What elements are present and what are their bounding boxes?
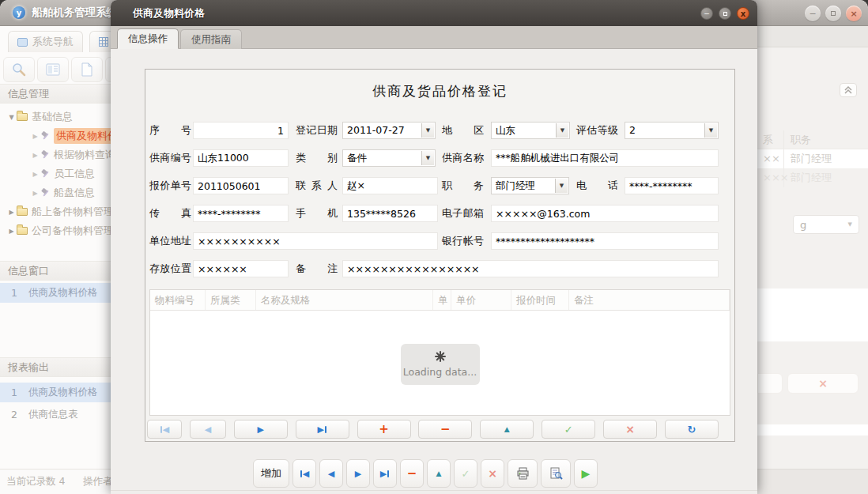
chevron-right-icon[interactable]: ▶ (30, 152, 40, 159)
rating-combobox[interactable]: 2▼ (625, 122, 719, 139)
background-button[interactable] (757, 373, 783, 394)
dialog-close-button[interactable]: x (737, 7, 749, 20)
tree-item[interactable]: ▶根据物料查询 (0, 145, 111, 164)
tree-item[interactable]: ▼基础信息 (0, 107, 111, 126)
background-dropdown[interactable]: g ▼ (793, 215, 859, 234)
refresh-record-button[interactable]: ↻ (665, 420, 719, 439)
contact-field[interactable] (342, 177, 438, 194)
list-item[interactable]: 1供商及物料价格 (0, 383, 111, 402)
field-label-remark: 备注 (296, 260, 338, 277)
list-item-number: 2 (0, 409, 28, 420)
background-band (757, 424, 868, 436)
chevron-right-icon[interactable]: ▶ (30, 171, 40, 178)
reg-date-combobox[interactable]: 2011-07-27▼ (342, 122, 436, 139)
fax-field[interactable] (193, 205, 289, 222)
list-item[interactable]: 2供商信息表 (0, 405, 111, 424)
dialog-tab-active[interactable]: 信息操作 (117, 28, 179, 49)
collapse-panel-button[interactable] (840, 83, 857, 97)
minimize-button[interactable]: − (805, 6, 821, 21)
prev-record-button[interactable]: ◀ (190, 420, 226, 439)
search-button[interactable] (3, 57, 35, 82)
run-toolbar-button[interactable]: ▶ (574, 459, 598, 488)
preview-toolbar-button[interactable] (541, 459, 571, 488)
remark-field[interactable] (342, 260, 719, 277)
list-item[interactable]: 1供商及物料价格 (0, 283, 111, 303)
tree-item[interactable]: ▶供商及物料价格 (0, 126, 111, 145)
grid-column-quote-time[interactable]: 报价时间 (511, 290, 569, 310)
field-label-fax: 传真 (149, 205, 191, 222)
chevron-down-icon[interactable]: ▼ (555, 179, 568, 193)
cancel-record-button[interactable]: × (603, 420, 657, 439)
grid-column-unit[interactable]: 单 (433, 290, 451, 310)
cancel-toolbar-button[interactable]: × (481, 459, 504, 488)
tree-item[interactable]: ▶船盘信息 (0, 183, 111, 202)
seq-field[interactable] (193, 122, 289, 139)
grid-column-material-no[interactable]: 物料编号 (150, 290, 206, 310)
chevron-right-icon[interactable]: ▶ (30, 133, 40, 140)
dialog-maximize-button[interactable] (719, 7, 731, 20)
background-statusband (757, 469, 868, 494)
tab-system-navigation[interactable]: 系统导航 (8, 31, 83, 52)
tree-item[interactable]: ▶公司备件物料管理 (0, 221, 111, 240)
address-field[interactable] (193, 232, 438, 250)
tab-label: 系统导航 (32, 35, 74, 49)
chevron-down-icon[interactable]: ▼ (421, 123, 434, 138)
dialog-minimize-button[interactable]: − (700, 7, 713, 20)
mobile-field[interactable] (342, 205, 438, 222)
chevron-down-icon[interactable]: ▼ (421, 151, 434, 165)
supplier-no-field[interactable] (193, 149, 289, 167)
quote-no-field[interactable] (193, 177, 289, 194)
tree-item-label: 船盘信息 (54, 186, 95, 200)
post-toolbar-button[interactable]: ✓ (454, 459, 477, 488)
first-record-button[interactable]: ◀ (147, 420, 182, 439)
field-label-supplier-name: 供商名称 (442, 149, 484, 167)
tree-item[interactable]: ▶员工信息 (0, 164, 111, 183)
field-label-email: 电子邮箱 (442, 205, 484, 222)
chevron-right-icon[interactable]: ▶ (6, 209, 17, 216)
grid-column-unit-price[interactable]: 单价 (451, 290, 511, 310)
chevron-right-icon[interactable]: ▶ (30, 190, 40, 197)
next-toolbar-button[interactable]: ▶ (346, 459, 370, 488)
grid-column-name-spec[interactable]: 名称及规格 (256, 290, 433, 310)
prev-toolbar-button[interactable]: ◀ (319, 459, 343, 488)
document-button[interactable] (71, 57, 103, 82)
email-field[interactable] (491, 205, 719, 222)
edit-record-button[interactable]: ▲ (480, 420, 534, 439)
field-label-phone: 电话 (576, 177, 618, 194)
chevron-down-icon[interactable]: ▼ (6, 114, 17, 121)
background-table: 系 职务 ××部门经理×××部门经理 (757, 130, 868, 187)
last-toolbar-button[interactable]: ▶ (373, 459, 397, 488)
delete-toolbar-button[interactable]: − (400, 459, 424, 488)
background-right-panel: 系 职务 ××部门经理×××部门经理 g ▼ × (757, 26, 868, 494)
phone-field[interactable] (625, 177, 719, 194)
grid-column-category[interactable]: 所属类 (206, 290, 256, 310)
last-record-button[interactable]: ▶ (296, 420, 349, 439)
edit-toolbar-button[interactable]: ▲ (427, 459, 451, 488)
maximize-button[interactable] (825, 6, 841, 21)
post-record-button[interactable]: ✓ (542, 420, 595, 439)
insert-record-button[interactable]: + (357, 420, 411, 439)
cell-contact: ×× (757, 149, 784, 168)
category-combobox[interactable]: 备件▼ (342, 149, 436, 167)
grid-column-remark[interactable]: 备注 (569, 290, 730, 310)
background-cancel-button[interactable]: × (787, 373, 859, 394)
storage-location-field[interactable] (193, 260, 289, 277)
dialog-tab-inactive[interactable]: 使用指南 (180, 29, 242, 49)
position-combobox[interactable]: 部门经理▼ (491, 177, 569, 194)
chevron-down-icon[interactable]: ▼ (704, 123, 717, 138)
form-view-button[interactable] (37, 57, 69, 82)
first-toolbar-button[interactable]: ◀ (292, 459, 316, 488)
loading-text: Loading data... (403, 366, 477, 378)
bank-account-field[interactable] (491, 232, 719, 250)
add-button[interactable]: 增加 (253, 459, 289, 488)
region-combobox[interactable]: 山东▼ (491, 122, 570, 139)
tree-item[interactable]: ▶船上备件物料管理 (0, 202, 111, 221)
chevron-down-icon[interactable]: ▼ (556, 123, 568, 138)
supplier-name-field[interactable] (491, 149, 719, 167)
tool-icon (40, 150, 50, 160)
next-record-button[interactable]: ▶ (234, 420, 288, 439)
delete-record-button[interactable]: − (418, 420, 472, 439)
print-toolbar-button[interactable] (508, 459, 538, 488)
chevron-right-icon[interactable]: ▶ (6, 228, 17, 235)
close-button[interactable]: × (846, 6, 862, 21)
